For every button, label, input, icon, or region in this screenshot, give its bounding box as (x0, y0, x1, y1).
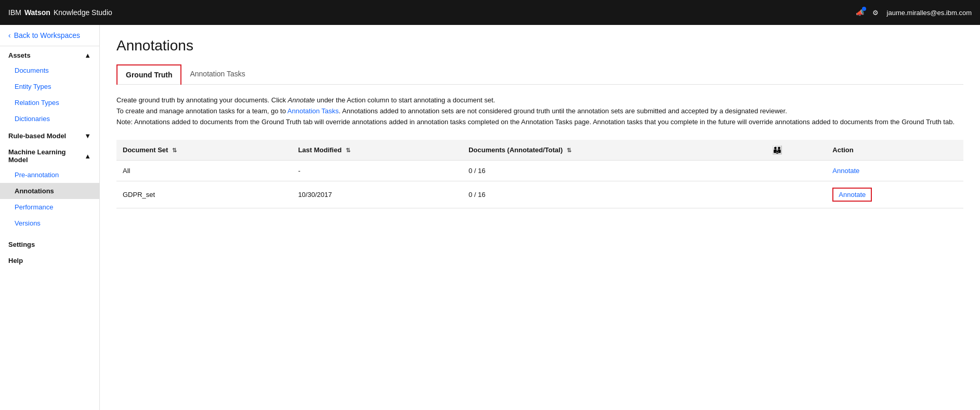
col-documents[interactable]: Documents (Annotated/Total) ⇅ (462, 140, 766, 161)
help-section-header[interactable]: Help (0, 252, 99, 268)
pre-annotation-label: Pre-annotation (15, 171, 59, 179)
annotate-link[interactable]: Annotate (832, 188, 872, 202)
sidebar-item-dictionaries[interactable]: Dictionaries (0, 111, 99, 127)
back-label: Back to Workspaces (14, 31, 80, 39)
page-title: Annotations (116, 37, 963, 54)
annotations-table: Document Set ⇅ Last Modified ⇅ Documents… (116, 140, 963, 208)
sidebar-item-entity-types[interactable]: Entity Types (0, 78, 99, 95)
sort-document-set-icon: ⇅ (172, 147, 177, 153)
col-document-set[interactable]: Document Set ⇅ (116, 140, 292, 161)
tabs-bar: Ground Truth Annotation Tasks (116, 64, 963, 85)
info-line2-pre: To create and manage annotation tasks fo… (116, 107, 288, 115)
sidebar-item-performance[interactable]: Performance (0, 199, 99, 215)
cell-person (766, 181, 826, 208)
gear-icon[interactable]: ⚙ (872, 9, 879, 17)
topnav: IBM Watson Knowledge Studio 📣 ⚙ jaume.mi… (0, 0, 980, 25)
collapse-rule-icon: ▼ (84, 132, 91, 140)
sidebar-item-relation-types[interactable]: Relation Types (0, 95, 99, 111)
table-row: GDPR_set10/30/20170 / 16Annotate (116, 181, 963, 208)
annotations-label: Annotations (15, 187, 54, 195)
assets-section-header[interactable]: Assets ▲ (0, 46, 99, 62)
brand: IBM Watson Knowledge Studio (8, 8, 112, 17)
back-to-workspaces-button[interactable]: ‹ Back to Workspaces (0, 25, 99, 46)
person-group-icon: 👪 (772, 146, 782, 154)
cell-action: Annotate (826, 181, 963, 208)
settings-section-header[interactable]: Settings (0, 235, 99, 252)
cell-person (766, 161, 826, 181)
info-section: Create ground truth by annotating your d… (116, 95, 963, 127)
cell-documents: 0 / 16 (462, 161, 766, 181)
table-body: All-0 / 16AnnotateGDPR_set10/30/20170 / … (116, 161, 963, 208)
info-line2: To create and manage annotation tasks fo… (116, 106, 963, 117)
sidebar-item-pre-annotation[interactable]: Pre-annotation (0, 167, 99, 183)
notification-icon[interactable]: 📣 (856, 9, 864, 17)
performance-label: Performance (15, 203, 53, 211)
help-label: Help (8, 257, 23, 264)
table-row: All-0 / 16Annotate (116, 161, 963, 181)
sort-documents-icon: ⇅ (567, 147, 571, 153)
studio-label: Knowledge Studio (54, 8, 112, 17)
assets-label: Assets (8, 51, 31, 59)
sidebar-item-documents[interactable]: Documents (0, 62, 99, 78)
col-person: 👪 (766, 140, 826, 161)
table-header: Document Set ⇅ Last Modified ⇅ Documents… (116, 140, 963, 161)
documents-label: Documents (15, 67, 49, 74)
rule-based-section-header[interactable]: Rule-based Model ▼ (0, 127, 99, 143)
info-line1: Create ground truth by annotating your d… (116, 95, 963, 106)
cell-action: Annotate (826, 161, 963, 181)
collapse-ml-icon: ▲ (84, 152, 91, 160)
col-last-modified[interactable]: Last Modified ⇅ (292, 140, 462, 161)
sort-last-modified-icon: ⇅ (346, 147, 350, 153)
main-content: Annotations Ground Truth Annotation Task… (100, 25, 980, 410)
ibm-label: IBM (8, 8, 21, 17)
annotation-tasks-link[interactable]: Annotation Tasks (288, 107, 339, 115)
versions-label: Versions (15, 219, 41, 227)
watson-label: Watson (24, 8, 50, 17)
settings-label: Settings (8, 241, 35, 248)
cell-last-modified: - (292, 161, 462, 181)
sidebar-item-versions[interactable]: Versions (0, 215, 99, 231)
dictionaries-label: Dictionaries (15, 115, 50, 123)
tab-ground-truth[interactable]: Ground Truth (116, 64, 181, 85)
info-line3: Note: Annotations added to documents fro… (116, 117, 963, 128)
collapse-assets-icon: ▲ (84, 51, 91, 59)
cell-document-set: All (116, 161, 292, 181)
ml-model-section-header[interactable]: Machine Learning Model ▲ (0, 143, 99, 167)
chevron-left-icon: ‹ (8, 31, 11, 39)
info-line2-post: . Annotations added to annotation sets a… (339, 107, 787, 115)
topnav-right: 📣 ⚙ jaume.miralles@es.ibm.com (856, 9, 972, 17)
cell-document-set: GDPR_set (116, 181, 292, 208)
ml-model-label: Machine Learning Model (8, 148, 84, 164)
tab-ground-truth-label: Ground Truth (126, 71, 172, 79)
sidebar: ‹ Back to Workspaces Assets ▲ Documents … (0, 25, 100, 410)
sidebar-item-annotations[interactable]: Annotations (0, 183, 99, 199)
cell-last-modified: 10/30/2017 (292, 181, 462, 208)
rule-based-label: Rule-based Model (8, 132, 66, 140)
layout: ‹ Back to Workspaces Assets ▲ Documents … (0, 25, 980, 410)
tab-annotation-tasks[interactable]: Annotation Tasks (181, 64, 253, 85)
col-action: Action (826, 140, 963, 161)
user-label: jaume.miralles@es.ibm.com (887, 9, 972, 17)
entity-types-label: Entity Types (15, 83, 51, 90)
annotate-link[interactable]: Annotate (832, 167, 859, 175)
cell-documents: 0 / 16 (462, 181, 766, 208)
tab-annotation-tasks-label: Annotation Tasks (190, 70, 245, 78)
relation-types-label: Relation Types (15, 99, 59, 107)
notification-dot (862, 7, 866, 11)
